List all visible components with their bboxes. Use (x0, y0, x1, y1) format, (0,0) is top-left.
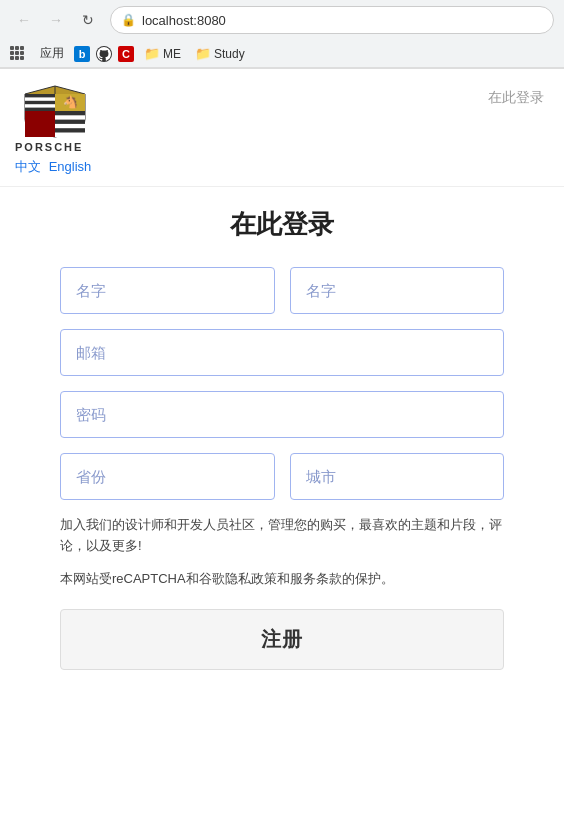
svg-rect-2 (25, 101, 55, 104)
svg-rect-8 (55, 111, 85, 115)
province-input[interactable] (60, 453, 275, 500)
recaptcha-info-text: 本网站受reCAPTCHA和谷歌隐私政策和服务条款的保护。 (60, 569, 504, 590)
site-header: 🐴 PORSCHE 中文 English 在此登录 (0, 69, 564, 187)
password-row (60, 391, 504, 438)
porsche-logo: 🐴 (15, 84, 95, 139)
bookmark-c-icon[interactable]: C (118, 46, 134, 62)
email-field-wrapper (60, 329, 504, 376)
language-selector: 中文 English (15, 158, 95, 176)
apps-grid-icon[interactable] (10, 46, 26, 62)
browser-toolbar: ← → ↻ 🔒 localhost:8080 (0, 0, 564, 40)
svg-rect-9 (55, 120, 85, 124)
back-button[interactable]: ← (10, 6, 38, 34)
bookmark-me-folder[interactable]: 📁 ME (140, 44, 185, 63)
svg-rect-6 (25, 111, 55, 137)
email-input[interactable] (60, 329, 504, 376)
first-name-input[interactable] (60, 267, 275, 314)
me-folder-icon: 📁 (144, 46, 160, 61)
last-name-field (290, 267, 505, 314)
svg-rect-1 (25, 94, 55, 97)
header-login-link[interactable]: 在此登录 (488, 89, 544, 107)
reload-button[interactable]: ↻ (74, 6, 102, 34)
name-row (60, 267, 504, 314)
lang-zh-link[interactable]: 中文 (15, 159, 41, 174)
last-name-input[interactable] (290, 267, 505, 314)
svg-text:🐴: 🐴 (63, 94, 78, 109)
community-info-text: 加入我们的设计师和开发人员社区，管理您的购买，最喜欢的主题和片段，评论，以及更多… (60, 515, 504, 557)
lang-en-link[interactable]: English (49, 159, 92, 174)
first-name-field (60, 267, 275, 314)
bookmark-apps-label[interactable]: 应用 (36, 43, 68, 64)
study-folder-label: Study (214, 47, 245, 61)
me-folder-label: ME (163, 47, 181, 61)
password-field-wrapper (60, 391, 504, 438)
submit-button[interactable]: 注册 (60, 609, 504, 670)
nav-buttons: ← → ↻ (10, 6, 102, 34)
svg-rect-10 (55, 128, 85, 132)
svg-rect-3 (25, 108, 55, 111)
porsche-brand-text: PORSCHE (15, 141, 83, 153)
bookmarks-bar: 应用 b C 📁 ME 📁 Study (0, 40, 564, 68)
forward-button[interactable]: → (42, 6, 70, 34)
location-row (60, 453, 504, 500)
bookmark-study-folder[interactable]: 📁 Study (191, 44, 249, 63)
password-input[interactable] (60, 391, 504, 438)
address-bar[interactable]: 🔒 localhost:8080 (110, 6, 554, 34)
province-field (60, 453, 275, 500)
city-field (290, 453, 505, 500)
bookmark-github-icon[interactable] (96, 46, 112, 62)
lock-icon: 🔒 (121, 13, 136, 27)
browser-chrome: ← → ↻ 🔒 localhost:8080 应用 b C 📁 ME 📁 (0, 0, 564, 69)
page-title: 在此登录 (60, 207, 504, 242)
bookmark-bing-icon[interactable]: b (74, 46, 90, 62)
email-row (60, 329, 504, 376)
url-text: localhost:8080 (142, 13, 226, 28)
study-folder-icon: 📁 (195, 46, 211, 61)
page-content: 🐴 PORSCHE 中文 English 在此登录 在此登录 (0, 69, 564, 700)
main-content: 在此登录 (0, 187, 564, 700)
logo-area: 🐴 PORSCHE 中文 English (15, 84, 95, 176)
city-input[interactable] (290, 453, 505, 500)
